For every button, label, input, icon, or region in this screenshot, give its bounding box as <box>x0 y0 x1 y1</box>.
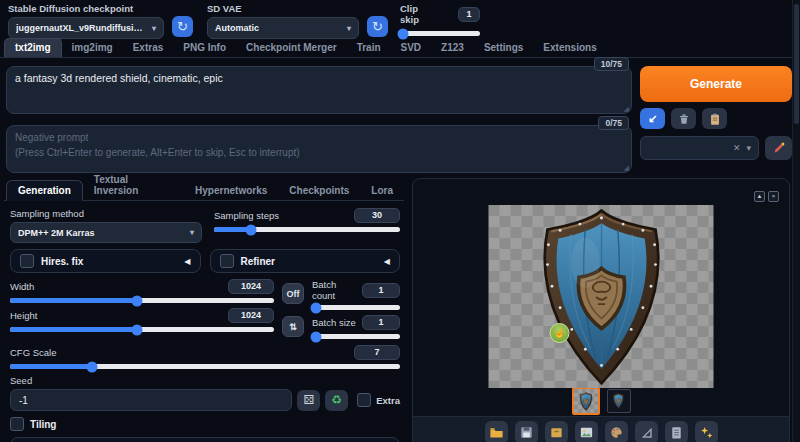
resize-handle-icon[interactable]: ◢ <box>624 105 629 113</box>
refresh-icon: ↻ <box>372 19 383 34</box>
reuse-seed-button[interactable]: ♻ <box>325 390 348 411</box>
seed-label: Seed <box>10 375 400 386</box>
sampling-method-dropdown[interactable]: DPM++ 2M Karras ▾ <box>10 222 202 243</box>
tab-txt2img[interactable]: txt2img <box>4 38 62 57</box>
sampling-steps-slider[interactable] <box>214 227 400 232</box>
cfg-scale-slider[interactable] <box>10 364 400 369</box>
tab-generation[interactable]: Generation <box>6 180 83 201</box>
batch-count-label: Batch count <box>312 279 362 301</box>
sdxl-styles-accordion[interactable]: SDXL Styles ◀ <box>10 437 400 442</box>
collapse-left-icon: ◀ <box>384 257 390 266</box>
edit-styles-button[interactable] <box>765 136 792 160</box>
tab-extensions[interactable]: Extensions <box>533 39 606 57</box>
extra-networks-button[interactable] <box>702 108 727 129</box>
cursor-indicator: ☝ <box>550 323 570 343</box>
chevron-down-icon: ▾ <box>152 24 156 33</box>
save-zip-button[interactable] <box>545 421 568 442</box>
tab-train[interactable]: Train <box>347 39 391 57</box>
tiling-checkbox[interactable] <box>10 417 24 431</box>
checkpoint-dropdown[interactable]: juggernautXL_v9Rundiffusionphoto2.safete… <box>8 17 164 39</box>
cfg-scale-label: CFG Scale <box>10 347 56 358</box>
scrollbar-thumb[interactable] <box>794 4 799 124</box>
thumbnail-selected[interactable] <box>572 387 600 415</box>
ruler-icon <box>639 425 654 440</box>
send-to-img2img-button[interactable] <box>575 421 598 442</box>
tab-svd[interactable]: SVD <box>391 39 432 57</box>
slider-knob[interactable] <box>246 224 257 235</box>
tab-img2img[interactable]: img2img <box>62 39 123 57</box>
height-value[interactable]: 1024 <box>228 308 274 323</box>
magic-upscale-button[interactable] <box>695 421 718 442</box>
close-image-button[interactable]: × <box>768 191 779 202</box>
width-slider[interactable] <box>10 298 274 303</box>
slider-knob[interactable] <box>311 331 322 342</box>
slider-knob[interactable] <box>311 302 322 313</box>
refiner-accordion[interactable]: Refiner ◀ <box>210 249 401 273</box>
hires-fix-accordion[interactable]: Hires. fix ◀ <box>10 249 201 273</box>
fullscreen-icon: ▲ <box>757 193 763 199</box>
styles-dropdown[interactable]: ✕ ▾ <box>640 136 759 160</box>
batch-count-value[interactable]: 1 <box>362 283 400 298</box>
read-generation-params-button[interactable]: ↙ <box>640 108 665 129</box>
floppy-icon <box>519 425 534 440</box>
palette-icon <box>609 425 624 440</box>
batch-size-value[interactable]: 1 <box>362 315 400 330</box>
aspect-ratio-off-button[interactable]: Off <box>282 283 304 304</box>
send-to-inpaint-button[interactable] <box>605 421 628 442</box>
generate-button[interactable]: Generate <box>640 66 792 102</box>
clip-skip-field: Clip skip 1 <box>400 3 480 36</box>
clip-skip-value[interactable]: 1 <box>458 7 480 22</box>
image-info-button[interactable] <box>665 421 688 442</box>
negative-prompt-input[interactable]: 0/75 Negative prompt (Press Ctrl+Enter t… <box>6 125 632 173</box>
clear-styles-icon[interactable]: ✕ <box>733 143 741 153</box>
width-value[interactable]: 1024 <box>228 279 274 294</box>
slider-knob[interactable] <box>86 361 97 372</box>
swap-dimensions-button[interactable]: ⇅ <box>282 316 304 337</box>
chevron-down-icon: ▾ <box>746 143 751 153</box>
vae-dropdown[interactable]: Automatic ▾ <box>207 17 359 39</box>
hand-pointer-icon: ☝ <box>554 328 565 338</box>
open-folder-button[interactable] <box>485 421 508 442</box>
tab-checkpoints[interactable]: Checkpoints <box>278 181 360 200</box>
slider-knob[interactable] <box>398 28 409 39</box>
clip-skip-slider[interactable] <box>400 31 480 36</box>
generated-image[interactable]: ☝ <box>489 205 714 388</box>
refiner-checkbox[interactable] <box>220 254 234 268</box>
main-tab-bar: txt2img img2img Extras PNG Info Checkpoi… <box>0 38 800 58</box>
height-slider[interactable] <box>10 327 274 332</box>
hires-fix-checkbox[interactable] <box>20 254 34 268</box>
seed-input[interactable] <box>10 389 292 411</box>
output-column: ▲ × ☝ <box>412 178 790 442</box>
sparkles-icon <box>699 425 714 440</box>
page-scrollbar[interactable] <box>792 0 800 442</box>
recycle-icon: ♻ <box>331 393 342 407</box>
prompt-input[interactable]: 10/75 a fantasy 3d rendered shield, cine… <box>6 66 632 114</box>
tab-textual-inversion[interactable]: Textual Inversion <box>83 170 184 200</box>
slider-knob[interactable] <box>131 295 142 306</box>
tab-checkpoint-merger[interactable]: Checkpoint Merger <box>236 39 347 57</box>
tab-png-info[interactable]: PNG Info <box>173 39 236 57</box>
batch-count-slider[interactable] <box>312 305 400 310</box>
save-image-button[interactable] <box>515 421 538 442</box>
refresh-vae-button[interactable]: ↻ <box>367 16 388 37</box>
sampling-steps-value[interactable]: 30 <box>354 208 400 223</box>
clear-prompt-button[interactable] <box>671 108 696 129</box>
slider-knob[interactable] <box>131 324 142 335</box>
extra-seed-checkbox[interactable] <box>357 393 371 407</box>
resize-handle-icon[interactable]: ◢ <box>624 164 629 172</box>
tab-settings[interactable]: Settings <box>474 39 533 57</box>
tab-lora[interactable]: Lora <box>360 181 404 200</box>
fullscreen-button[interactable]: ▲ <box>754 191 765 202</box>
tab-extras[interactable]: Extras <box>123 39 174 57</box>
random-seed-button[interactable]: ⚄ <box>297 390 320 411</box>
tab-z123[interactable]: Z123 <box>431 39 474 57</box>
trash-icon <box>677 112 691 126</box>
cfg-scale-value[interactable]: 7 <box>354 345 400 360</box>
tab-hypernetworks[interactable]: Hypernetworks <box>184 181 278 200</box>
swap-icon: ⇅ <box>289 322 297 332</box>
brush-icon <box>772 141 786 155</box>
thumbnail-2[interactable] <box>607 389 631 413</box>
refresh-checkpoint-button[interactable]: ↻ <box>172 16 193 37</box>
batch-size-slider[interactable] <box>312 334 400 339</box>
send-to-extras-button[interactable] <box>635 421 658 442</box>
